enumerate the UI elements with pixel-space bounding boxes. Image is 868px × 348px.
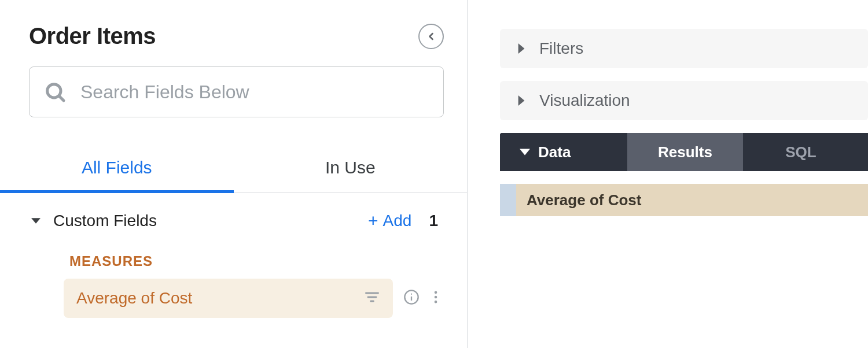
svg-point-8 (411, 294, 412, 295)
svg-marker-12 (518, 43, 525, 54)
caret-right-icon (516, 43, 527, 54)
field-average-of-cost[interactable]: Average of Cost (64, 279, 393, 318)
caret-down-icon (520, 147, 530, 157)
custom-fields-header: Custom Fields + Add 1 (29, 212, 444, 230)
explore-inner: Filters Visualization Data Results SQL A… (468, 29, 868, 216)
fields-panel: Order Items All Fields In Use Custom Fie… (0, 0, 468, 348)
svg-point-9 (435, 291, 437, 294)
explore-panel: Filters Visualization Data Results SQL A… (468, 0, 868, 348)
visualization-label: Visualization (539, 91, 630, 110)
filter-icon[interactable] (364, 289, 380, 308)
plus-icon: + (368, 212, 378, 229)
field-info-button[interactable] (403, 289, 420, 308)
filters-label: Filters (539, 39, 583, 58)
panel-title: Order Items (29, 23, 156, 49)
measures-label: MEASURES (69, 253, 444, 269)
caret-down-icon (31, 216, 41, 225)
svg-point-11 (435, 301, 437, 303)
search-icon (43, 80, 67, 103)
search-field-wrapper[interactable] (29, 66, 444, 117)
field-more-button[interactable] (428, 289, 444, 308)
svg-line-1 (59, 96, 64, 101)
tab-sql[interactable]: SQL (743, 133, 859, 171)
custom-fields-section: Custom Fields + Add 1 MEASURES Average o… (29, 212, 444, 318)
tab-data-label: Data (538, 143, 571, 161)
search-input[interactable] (80, 82, 429, 103)
field-label: Average of Cost (76, 289, 192, 308)
section-title: Custom Fields (53, 212, 368, 230)
svg-marker-13 (518, 95, 525, 106)
fields-tabs: All Fields In Use (0, 146, 467, 193)
app-root: Order Items All Fields In Use Custom Fie… (0, 0, 868, 348)
collapse-panel-button[interactable] (418, 24, 444, 49)
svg-marker-2 (31, 218, 41, 224)
section-collapse-toggle[interactable] (29, 216, 43, 225)
add-label: Add (383, 212, 412, 230)
custom-fields-count: 1 (429, 212, 438, 230)
row-handle[interactable] (500, 184, 516, 216)
tab-in-use[interactable]: In Use (234, 146, 468, 192)
column-header-average-of-cost[interactable]: Average of Cost (516, 184, 868, 216)
tab-results[interactable]: Results (627, 133, 743, 171)
chevron-left-icon (425, 31, 437, 42)
svg-marker-14 (520, 149, 530, 156)
results-header-row: Average of Cost (500, 184, 868, 216)
caret-right-icon (516, 95, 527, 106)
tab-data[interactable]: Data (500, 133, 627, 171)
add-custom-field-button[interactable]: + Add (368, 212, 411, 230)
field-row: Average of Cost (64, 279, 444, 318)
data-tabbar: Data Results SQL (500, 133, 868, 171)
fields-panel-header: Order Items (29, 23, 444, 49)
visualization-accordion[interactable]: Visualization (500, 81, 868, 120)
tab-all-fields[interactable]: All Fields (0, 146, 234, 192)
filters-accordion[interactable]: Filters (500, 29, 868, 68)
svg-point-10 (435, 296, 437, 299)
